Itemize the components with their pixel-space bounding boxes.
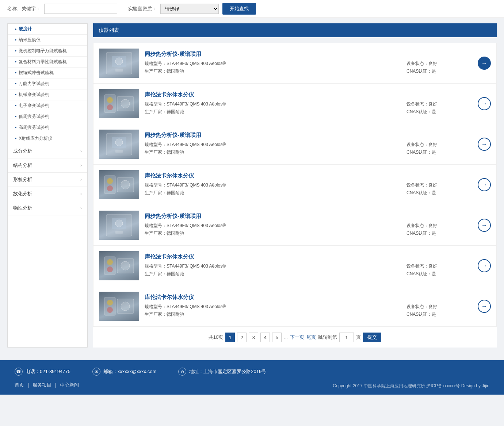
instrument-info: 库伦法卡尔休水分仪规格型号：STA449F3/ QMS 403 Aëolos®生… bbox=[145, 91, 472, 116]
instrument-manufacturer: 生产厂家：德国耐驰 bbox=[145, 109, 406, 115]
instrument-spec: 规格型号：STA449F3/ QMS 403 Aëolos® bbox=[145, 182, 406, 188]
instrument-item: 库伦法卡尔休水分仪规格型号：STA449F3/ QMS 403 Aëolos®生… bbox=[93, 286, 496, 326]
instrument-name[interactable]: 库伦法卡尔休水分仪 bbox=[145, 172, 472, 179]
chevron-right-icon: › bbox=[80, 191, 82, 196]
page-4[interactable]: 4 bbox=[260, 333, 270, 342]
next-page-text[interactable]: 下一页 bbox=[290, 334, 304, 341]
sidebar-category-guhua[interactable]: 故化分析 › bbox=[8, 187, 87, 201]
footer: ☎ 电话：021-39194775 ✉ 邮箱：xxxxxx@xxxx.com ⊙… bbox=[0, 360, 504, 395]
instrument-spec: 规格型号：STA449F3/ QMS 403 Aëolos® bbox=[145, 61, 406, 67]
instrument-detail-arrow-button[interactable]: → bbox=[478, 138, 491, 151]
instrument-manufacturer: 生产厂家：德国耐驰 bbox=[145, 68, 406, 74]
instrument-manufacturer: 生产厂家：德国耐驰 bbox=[145, 230, 406, 237]
sidebar-item-xray[interactable]: X射线应力分析仪 bbox=[8, 133, 87, 144]
footer-address: ⊙ 地址：上海市嘉定区嘉罗公路2019号 bbox=[178, 368, 266, 376]
lab-select[interactable]: 请选择 bbox=[160, 4, 219, 14]
pagination: 共10页 1 2 3 4 5 ... 下一页 尾页 跳转到第 页 提交 bbox=[93, 327, 497, 348]
instrument-name[interactable]: 同步热分析仪-质谱联用 bbox=[145, 213, 472, 220]
instrument-detail-arrow-button[interactable]: → bbox=[478, 219, 491, 232]
instrument-name[interactable]: 库伦法卡尔休水分仪 bbox=[145, 91, 472, 98]
sidebar-category-jiegou[interactable]: 结构分析 › bbox=[8, 158, 87, 173]
instrument-cnas: CNAS认证：是 bbox=[406, 109, 472, 115]
page-submit-button[interactable]: 提交 bbox=[363, 333, 381, 342]
sidebar-category-chengfen[interactable]: 成分分析 › bbox=[8, 144, 87, 158]
svg-point-11 bbox=[115, 139, 123, 146]
search-button[interactable]: 开始查找 bbox=[222, 3, 256, 15]
sidebar-category-xingtai[interactable]: 形貌分析 › bbox=[8, 173, 87, 187]
instrument-detail-arrow-button[interactable]: → bbox=[478, 57, 491, 70]
last-page-text[interactable]: 尾页 bbox=[306, 334, 316, 341]
content-area: 仪器列表 同步热分析仪-质谱联用规格型号：STA449F3/ QMS 403 A… bbox=[93, 23, 497, 348]
instrument-detail-arrow-button[interactable]: → bbox=[478, 259, 491, 272]
footer-copyright: Copyright 2017 中国科学院上海应用地理研究所 沪ICP备xxxxx… bbox=[333, 383, 489, 389]
sidebar-item-mechanical[interactable]: 机械磨变试验机 bbox=[8, 89, 87, 100]
instrument-spec: 规格型号：STA449F3/ QMS 403 Aëolos® bbox=[145, 142, 406, 148]
footer-nav-news[interactable]: 中心新闻 bbox=[60, 382, 79, 388]
instrument-name[interactable]: 库伦法卡尔休水分仪 bbox=[145, 253, 472, 260]
instrument-name[interactable]: 同步热分析仪-质谱联用 bbox=[145, 132, 472, 139]
instrument-detail-arrow-button[interactable]: → bbox=[478, 97, 491, 110]
footer-nav-home[interactable]: 首页 bbox=[15, 382, 24, 388]
instrument-info: 同步热分析仪-质谱联用规格型号：STA449F3/ QMS 403 Aëolos… bbox=[145, 51, 472, 76]
instrument-image bbox=[99, 170, 139, 199]
svg-point-29 bbox=[107, 307, 113, 313]
sidebar-item-high-cycle[interactable]: 高周疲劳试验机 bbox=[8, 122, 87, 133]
svg-point-15 bbox=[107, 185, 113, 191]
instrument-item: 同步热分析仪-质谱联用规格型号：STA449F3/ QMS 403 Aëolos… bbox=[93, 205, 496, 246]
page-unit-label: 页 bbox=[356, 334, 361, 341]
page-5[interactable]: 5 bbox=[272, 333, 282, 342]
svg-rect-21 bbox=[115, 231, 123, 234]
page-2[interactable]: 2 bbox=[237, 333, 247, 342]
instrument-cnas: CNAS认证：是 bbox=[406, 68, 472, 74]
instrument-detail-arrow-button[interactable]: → bbox=[478, 178, 491, 191]
sidebar: 硬度计 纳米压痕仪 微机控制电子万能试验机 复合材料力学性能试验机 摆锤式冲击试… bbox=[7, 23, 88, 348]
goto-page-input[interactable] bbox=[339, 333, 354, 342]
instrument-image bbox=[99, 211, 139, 240]
sidebar-item-composite[interactable]: 复合材料力学性能试验机 bbox=[8, 57, 87, 68]
phone-icon: ☎ bbox=[15, 368, 23, 376]
instrument-manufacturer: 生产厂家：德国耐驰 bbox=[145, 190, 406, 196]
email-icon: ✉ bbox=[92, 368, 100, 376]
instrument-info: 库伦法卡尔休水分仪规格型号：STA449F3/ QMS 403 Aëolos®生… bbox=[145, 253, 472, 279]
sidebar-item-low-cycle[interactable]: 低周疲劳试验机 bbox=[8, 111, 87, 122]
footer-nav-services[interactable]: 服务项目 bbox=[33, 382, 51, 388]
instrument-item: 同步热分析仪-质谱联用规格型号：STA449F3/ QMS 403 Aëolos… bbox=[93, 124, 496, 165]
footer-phone: ☎ 电话：021-39194775 bbox=[15, 368, 70, 376]
svg-point-5 bbox=[107, 97, 113, 103]
instrument-status: 设备状态：良好 bbox=[406, 101, 472, 107]
footer-email: ✉ 邮箱：xxxxxx@xxxx.com bbox=[92, 368, 156, 376]
sidebar-category-wuxing[interactable]: 物性分析 › bbox=[8, 201, 87, 215]
instrument-info: 库伦法卡尔休水分仪规格型号：STA449F3/ QMS 403 Aëolos®生… bbox=[145, 172, 472, 197]
sidebar-item-hardness[interactable]: 硬度计 bbox=[8, 24, 87, 35]
instrument-spec: 规格型号：STA449F3/ QMS 403 Aëolos® bbox=[145, 101, 406, 107]
page-1[interactable]: 1 bbox=[225, 333, 235, 342]
instrument-info: 同步热分析仪-质谱联用规格型号：STA449F3/ QMS 403 Aëolos… bbox=[145, 132, 472, 157]
instrument-name[interactable]: 库伦法卡尔休水分仪 bbox=[145, 294, 472, 301]
sidebar-item-electronic[interactable]: 微机控制电子万能试验机 bbox=[8, 46, 87, 57]
sidebar-item-nano[interactable]: 纳米压痕仪 bbox=[8, 35, 87, 46]
instrument-image bbox=[99, 251, 139, 280]
footer-nav: 首页 ｜ 服务项目 ｜ 中心新闻 bbox=[15, 382, 79, 388]
instrument-info: 库伦法卡尔休水分仪规格型号：STA449F3/ QMS 403 Aëolos®生… bbox=[145, 294, 472, 319]
instrument-image bbox=[99, 89, 139, 118]
instrument-name[interactable]: 同步热分析仪-质谱联用 bbox=[145, 51, 472, 58]
sidebar-item-electronic-wear[interactable]: 电子磨变试验机 bbox=[8, 100, 87, 111]
instrument-detail-arrow-button[interactable]: → bbox=[478, 300, 491, 313]
footer-sep1: ｜ bbox=[26, 382, 31, 388]
instrument-list: 同步热分析仪-质谱联用规格型号：STA449F3/ QMS 403 Aëolos… bbox=[93, 43, 497, 327]
svg-point-24 bbox=[107, 266, 113, 272]
search-input[interactable] bbox=[44, 4, 117, 14]
footer-sep2: ｜ bbox=[53, 382, 58, 388]
sidebar-item-universal[interactable]: 万能力学试验机 bbox=[8, 78, 87, 89]
footer-contact: ☎ 电话：021-39194775 ✉ 邮箱：xxxxxx@xxxx.com ⊙… bbox=[15, 368, 489, 376]
instrument-status: 设备状态：良好 bbox=[406, 142, 472, 148]
main-layout: 硬度计 纳米压痕仪 微机控制电子万能试验机 复合材料力学性能试验机 摆锤式冲击试… bbox=[0, 18, 504, 353]
instrument-image bbox=[99, 130, 139, 159]
instrument-status: 设备状态：良好 bbox=[406, 304, 472, 310]
instrument-status: 设备状态：良好 bbox=[406, 182, 472, 188]
svg-point-28 bbox=[107, 300, 113, 306]
page-3[interactable]: 3 bbox=[249, 333, 258, 342]
sidebar-item-pendulum[interactable]: 摆锤式冲击试验机 bbox=[8, 68, 87, 78]
section-title: 仪器列表 bbox=[93, 23, 497, 37]
chevron-right-icon: › bbox=[80, 206, 82, 211]
